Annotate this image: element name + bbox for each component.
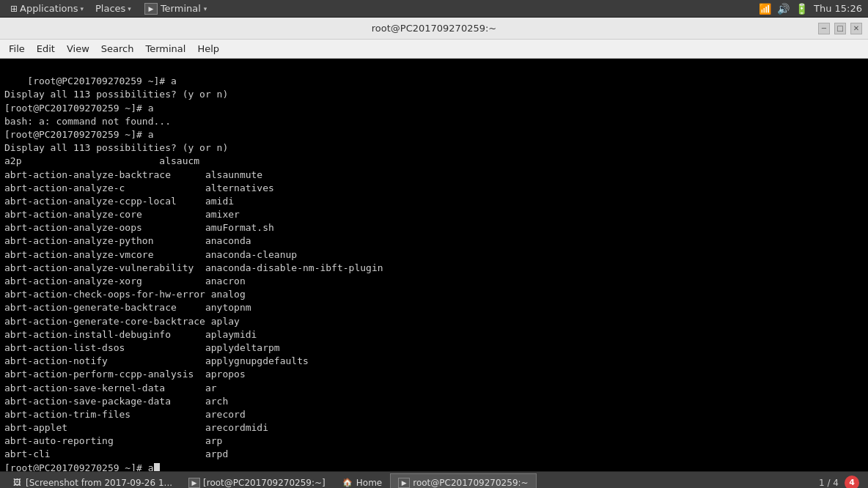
places-menu[interactable]: Places ▾: [91, 1, 136, 15]
taskbar-label-home: Home: [356, 478, 382, 488]
home-icon: 🏠: [342, 477, 353, 489]
taskbar-item-terminal1[interactable]: ▶ [root@PC201709270259:~]: [180, 473, 334, 489]
datetime-display: Thu 15:26: [814, 3, 862, 14]
taskbar-right: 1 / 4 4: [819, 476, 865, 489]
apps-chevron-icon: ▾: [80, 5, 84, 12]
terminal2-icon: ▶: [398, 478, 410, 488]
taskbar-item-screenshot[interactable]: 🖼 [Screenshot from 2017-09-26 1...: [3, 473, 180, 489]
terminal-menu[interactable]: ▶ Terminal ▾: [139, 1, 213, 16]
menu-edit[interactable]: Edit: [31, 42, 61, 56]
wifi-icon: 📶: [759, 3, 771, 15]
taskbar-label-screenshot: [Screenshot from 2017-09-26 1...: [26, 478, 172, 488]
terminal1-icon: ▶: [188, 478, 200, 488]
terminal-window: root@PC201709270259:~ − □ ✕ File Edit Vi…: [0, 18, 868, 471]
page-indicator: 1 / 4: [819, 478, 839, 488]
terminal-content: [root@PC201709270259 ~]# a Display all 1…: [4, 75, 383, 471]
terminal-icon: ▶: [144, 3, 158, 15]
menu-help[interactable]: Help: [191, 42, 225, 56]
taskbar-item-terminal2[interactable]: ▶ root@PC201709270259:~: [390, 473, 536, 489]
topbar-right: 📶 🔊 🔋 Thu 15:26: [759, 3, 862, 15]
window-menubar: File Edit View Search Terminal Help: [0, 40, 868, 59]
window-controls: − □ ✕: [818, 23, 862, 34]
places-chevron-icon: ▾: [128, 5, 131, 12]
restore-button[interactable]: □: [834, 23, 846, 34]
close-button[interactable]: ✕: [850, 23, 862, 34]
topbar-left: ⊞ Applications ▾ Places ▾ ▶ Terminal ▾: [6, 1, 213, 16]
taskbar-item-home[interactable]: 🏠 Home: [334, 473, 390, 489]
system-topbar: ⊞ Applications ▾ Places ▾ ▶ Terminal ▾ 📶…: [0, 0, 868, 18]
notification-badge[interactable]: 4: [845, 476, 859, 489]
terminal-output[interactable]: [root@PC201709270259 ~]# a Display all 1…: [0, 59, 868, 471]
screenshot-icon: 🖼: [11, 477, 23, 489]
applications-menu[interactable]: ⊞ Applications ▾: [6, 1, 88, 15]
taskbar: 🖼 [Screenshot from 2017-09-26 1... ▶ [ro…: [0, 471, 868, 488]
terminal-chevron-icon: ▾: [204, 5, 207, 12]
window-title: root@PC201709270259:~: [50, 23, 818, 34]
minimize-button[interactable]: −: [818, 23, 830, 34]
taskbar-label-terminal1: [root@PC201709270259:~]: [203, 478, 326, 488]
taskbar-label-terminal2: root@PC201709270259:~: [413, 478, 528, 488]
window-titlebar: root@PC201709270259:~ − □ ✕: [0, 18, 868, 40]
menu-terminal[interactable]: Terminal: [139, 42, 191, 56]
menu-view[interactable]: View: [61, 42, 95, 56]
volume-icon: 🔊: [777, 3, 790, 15]
menu-search[interactable]: Search: [95, 42, 140, 56]
cursor-block: [154, 463, 160, 471]
apps-icon: ⊞: [10, 4, 18, 14]
battery-icon: 🔋: [795, 3, 808, 15]
menu-file[interactable]: File: [3, 42, 31, 56]
